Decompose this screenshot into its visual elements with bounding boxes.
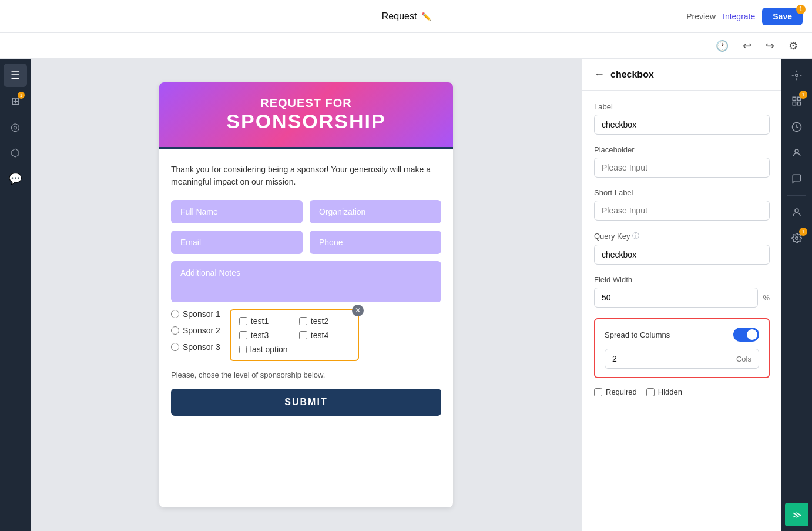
spread-row: Spread to Columns [605, 328, 759, 342]
field-width-row: % [594, 288, 770, 308]
canvas-area: REQUEST FOR SPONSORSHIP Thank you for co… [31, 59, 582, 531]
test4-checkbox[interactable] [299, 331, 307, 339]
undo-button[interactable]: ↩ [738, 37, 756, 55]
field-width-input[interactable] [594, 288, 758, 308]
sidebar-separator [787, 195, 806, 196]
list-item: test2 [299, 316, 350, 326]
far-right-sidebar: 1 1 ≫ [781, 59, 812, 531]
spread-toggle[interactable] [733, 328, 759, 342]
right-panel: ← checkbox Label Placeholder Short Label [582, 59, 781, 531]
preview-button[interactable]: Preview [686, 12, 716, 21]
sidebar-circle-icon[interactable]: ◎ [4, 115, 27, 139]
svg-rect-8 [798, 102, 801, 105]
far-right-icon-users[interactable] [785, 141, 808, 165]
topbar: Request ✏️ Preview Integrate Save 1 [0, 0, 812, 33]
hidden-label: Hidden [658, 388, 682, 396]
svg-point-11 [795, 209, 798, 212]
svg-point-10 [795, 149, 798, 153]
close-button[interactable]: ✕ [352, 305, 364, 316]
test3-checkbox[interactable] [239, 331, 247, 339]
submit-button[interactable]: SUBMIT [171, 389, 441, 416]
settings-button[interactable]: ⚙ [784, 37, 803, 55]
redo-button[interactable]: ↪ [761, 37, 779, 55]
label-field-label: Label [594, 102, 770, 111]
sidebar-grid-icon[interactable]: ⊞ 1 [4, 89, 27, 113]
query-key-info-icon: ⓘ [632, 231, 639, 241]
spread-to-columns-box: Spread to Columns 2 Cols [594, 318, 770, 378]
banner-title: SPONSORSHIP [171, 110, 441, 133]
test1-checkbox[interactable] [239, 317, 247, 325]
short-label-field-group: Short Label [594, 188, 770, 221]
test2-checkbox[interactable] [299, 317, 307, 325]
sponsor1-radio[interactable] [171, 310, 179, 318]
page-title: Request [382, 11, 417, 22]
list-item: Sponsor 3 [171, 342, 220, 352]
main-layout: ☰ ⊞ 1 ◎ ⬡ 💬 REQUEST FOR SPONSORSHIP Than… [0, 59, 812, 531]
phone-field[interactable]: Phone [310, 231, 441, 254]
form-hint: Please, chose the level of sponsorship b… [171, 370, 441, 379]
additional-notes-field[interactable]: Additional Notes [171, 261, 441, 302]
svg-rect-7 [793, 102, 796, 105]
last-option-checkbox[interactable] [239, 346, 247, 353]
test2-label: test2 [311, 316, 328, 326]
label-field-group: Label [594, 102, 770, 135]
sponsor2-radio[interactable] [171, 326, 179, 335]
far-right-icon-flow[interactable] [785, 64, 808, 87]
sidebar-layers-icon[interactable]: ⬡ [4, 141, 27, 165]
placeholder-input[interactable] [594, 158, 770, 178]
short-label-input[interactable] [594, 201, 770, 221]
short-label-field-label: Short Label [594, 188, 770, 197]
test4-label: test4 [311, 330, 328, 340]
svg-point-12 [796, 237, 798, 240]
spread-label: Spread to Columns [605, 330, 670, 339]
form-description: Thank you for considering being a sponso… [171, 163, 441, 188]
toggle-slider [733, 328, 759, 342]
sponsor2-label: Sponsor 2 [183, 326, 220, 335]
integrate-button[interactable]: Integrate [723, 12, 755, 21]
sponsor3-radio[interactable] [171, 343, 179, 351]
sponsor-checkbox-section: Sponsor 1 Sponsor 2 Sponsor 3 ✕ [171, 309, 441, 361]
email-field[interactable]: Email [171, 231, 303, 254]
title-area: Request ✏️ [382, 11, 432, 22]
gear-badge: 1 [799, 228, 807, 236]
cols-row: 2 Cols [605, 349, 759, 369]
grid-badge: 1 [799, 91, 807, 99]
field-width-group: Field Width % [594, 275, 770, 308]
far-right-icon-clock[interactable] [785, 115, 808, 139]
far-right-icon-expand[interactable]: ≫ [785, 503, 808, 526]
history-button[interactable]: 🕐 [711, 37, 733, 55]
svg-rect-5 [793, 97, 796, 100]
edit-icon[interactable]: ✏️ [421, 12, 431, 21]
organization-field[interactable]: Organization [310, 200, 441, 223]
query-key-input[interactable] [594, 245, 770, 265]
svg-point-0 [796, 74, 798, 77]
field-width-unit: % [763, 293, 770, 302]
sidebar-chat-icon[interactable]: 💬 [4, 167, 27, 191]
query-key-field-label: Query Key ⓘ [594, 231, 770, 241]
required-hidden-row: Required Hidden [594, 388, 770, 396]
label-input[interactable] [594, 115, 770, 135]
list-item: test1 [239, 316, 290, 326]
test1-label: test1 [251, 316, 269, 326]
checkbox-group-box: ✕ test1 test2 [230, 309, 359, 361]
last-option-item: last option [239, 345, 350, 354]
placeholder-field-label: Placeholder [594, 145, 770, 154]
required-check-item: Required [594, 388, 637, 396]
far-right-icon-chat[interactable] [785, 167, 808, 191]
required-checkbox[interactable] [594, 388, 602, 396]
left-sidebar: ☰ ⊞ 1 ◎ ⬡ 💬 [0, 59, 31, 531]
far-right-icon-grid[interactable]: 1 [785, 89, 808, 113]
list-item: Sponsor 2 [171, 326, 220, 335]
sponsor-list: Sponsor 1 Sponsor 2 Sponsor 3 [171, 309, 225, 361]
full-name-field[interactable]: Full Name [171, 200, 303, 223]
email-phone-row: Email Phone [171, 231, 441, 254]
hidden-checkbox[interactable] [646, 388, 655, 396]
far-right-icon-gear[interactable]: 1 [785, 226, 808, 250]
far-right-icon-person[interactable] [785, 201, 808, 224]
sidebar-menu-icon[interactable]: ☰ [4, 64, 27, 87]
banner-subtitle: REQUEST FOR [171, 96, 441, 110]
back-button[interactable]: ← [594, 68, 605, 81]
form-card: REQUEST FOR SPONSORSHIP Thank you for co… [159, 82, 453, 507]
save-button[interactable]: Save 1 [762, 8, 803, 25]
hidden-check-item: Hidden [646, 388, 682, 396]
